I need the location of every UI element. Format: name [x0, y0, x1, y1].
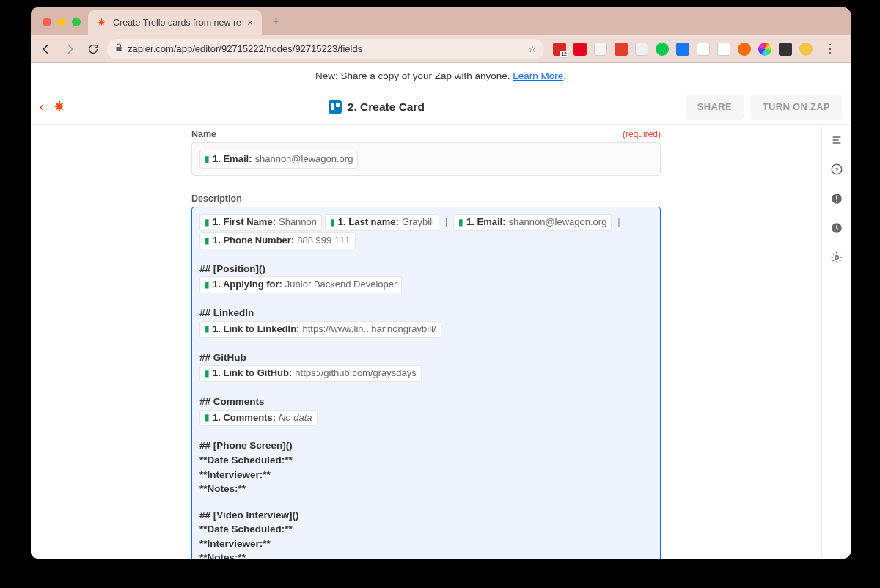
sheet-icon: ▮	[205, 323, 210, 335]
extension-icon[interactable]: 12	[553, 43, 566, 56]
sheet-icon: ▮	[458, 216, 463, 229]
description-label: Description	[191, 194, 661, 204]
window-controls	[38, 18, 88, 35]
url-text: zapier.com/app/editor/92715222/nodes/927…	[128, 43, 362, 54]
bookmark-icon[interactable]: ☆	[528, 43, 537, 54]
forward-button[interactable]	[60, 40, 79, 59]
desc-line: ▮ 1. First Name: Shannon ▮ 1. Last name:…	[199, 213, 653, 250]
profile-avatar[interactable]	[799, 43, 813, 56]
extension-icon[interactable]	[697, 43, 710, 56]
new-tab-button[interactable]: +	[262, 14, 290, 35]
facebook-icon[interactable]	[676, 43, 689, 56]
text-line: **Interviewer:**	[199, 468, 653, 482]
extension-icon[interactable]	[738, 43, 751, 56]
editor-body: Name (required) ▮ 1. Email: shannon@lewa…	[31, 125, 851, 559]
alert-icon[interactable]	[829, 191, 845, 207]
variable-pill[interactable]: ▮ 1. Email: shannon@lewagon.org	[199, 150, 358, 169]
outline-icon[interactable]	[829, 132, 845, 148]
svg-rect-3	[836, 196, 837, 200]
titlebar: Create Trello cards from new re × +	[31, 7, 851, 35]
sheet-icon: ▮	[205, 216, 210, 229]
required-indicator: (required)	[623, 129, 661, 139]
extension-icon[interactable]	[717, 43, 730, 56]
editor-header: ‹ 2. Create Card SHARE TURN ON ZAP	[31, 89, 851, 125]
banner-text: New: Share a copy of your Zap with anyon…	[315, 70, 566, 81]
text-line: **Notes:**	[199, 482, 653, 496]
heading-linkedin: ## LinkedIn	[199, 306, 653, 320]
sheet-icon: ▮	[205, 279, 210, 291]
zapier-app: New: Share a copy of your Zap with anyon…	[31, 63, 851, 559]
sheet-icon: ▮	[205, 367, 210, 380]
variable-pill[interactable]: ▮ 1. Phone Number: 888 999 111	[199, 232, 356, 249]
extensions-menu-icon[interactable]	[779, 43, 792, 56]
variable-pill[interactable]: ▮ 1. Email: shannon@lewagon.org	[453, 214, 612, 231]
reload-button[interactable]	[84, 40, 103, 59]
sheet-icon: ▮	[330, 216, 335, 229]
text-line: **Notes:**	[199, 551, 653, 559]
desc-line: ▮ 1. Link to LinkedIn: https://www.lin..…	[199, 320, 653, 339]
variable-pill[interactable]: ▮ 1. Link to LinkedIn: https://www.lin..…	[199, 321, 441, 338]
settings-icon[interactable]	[829, 249, 845, 265]
browser-toolbar: zapier.com/app/editor/92715222/nodes/927…	[31, 35, 851, 63]
description-input[interactable]: ▮ 1. First Name: Shannon ▮ 1. Last name:…	[191, 207, 661, 559]
pinterest-icon[interactable]	[573, 43, 587, 56]
help-icon[interactable]: ?	[829, 161, 845, 177]
back-button[interactable]	[37, 40, 56, 59]
right-rail: ?	[821, 125, 851, 559]
name-input[interactable]: ▮ 1. Email: shannon@lewagon.org	[191, 142, 661, 176]
extension-icon[interactable]	[615, 43, 628, 56]
maximize-window-icon[interactable]	[72, 18, 81, 26]
text-line: **Date Scheduled:**	[199, 453, 653, 468]
minimize-window-icon[interactable]	[57, 18, 66, 26]
variable-pill[interactable]: ▮ 1. Applying for: Junior Backend Develo…	[199, 276, 402, 293]
tab-title: Create Trello cards from new re	[113, 18, 241, 28]
close-tab-icon[interactable]: ×	[247, 17, 253, 29]
variable-pill[interactable]: ▮ 1. First Name: Shannon	[199, 214, 322, 231]
heading-phone-screen: ## [Phone Screen]()	[199, 438, 653, 453]
variable-pill[interactable]: ▮ 1. Comments: No data	[199, 410, 318, 427]
heading-github: ## GitHub	[199, 350, 653, 365]
heading-position: ## [Position]()	[199, 262, 653, 276]
extensions: 12 ⋮	[549, 42, 845, 56]
desc-line: ▮ 1. Link to GitHub: https://github.com/…	[199, 364, 653, 383]
browser-tab[interactable]: Create Trello cards from new re ×	[88, 10, 262, 35]
extension-icon[interactable]	[594, 43, 607, 56]
heading-comments: ## Comments	[199, 394, 653, 409]
address-bar[interactable]: zapier.com/app/editor/92715222/nodes/927…	[107, 39, 544, 59]
lock-icon	[114, 43, 123, 54]
desc-line: ▮ 1. Comments: No data	[199, 409, 653, 427]
browser-menu-icon[interactable]: ⋮	[820, 42, 840, 56]
grammarly-icon[interactable]	[656, 43, 669, 56]
heading-video-interview: ## [Video Interview]()	[199, 508, 653, 523]
sheet-icon: ▮	[205, 235, 210, 247]
name-label: Name (required)	[191, 129, 661, 139]
svg-point-6	[835, 256, 838, 260]
text-line: **Date Scheduled:**	[199, 522, 653, 537]
variable-pill[interactable]: ▮ 1. Link to GitHub: https://github.com/…	[199, 365, 422, 382]
share-button[interactable]: SHARE	[686, 95, 744, 120]
history-icon[interactable]	[829, 220, 845, 236]
announce-banner: New: Share a copy of your Zap with anyon…	[31, 63, 851, 89]
sheet-icon: ▮	[205, 411, 210, 424]
svg-text:?: ?	[835, 166, 839, 174]
text-line: **Interviewer:**	[199, 537, 653, 551]
close-window-icon[interactable]	[43, 18, 51, 26]
turn-on-zap-button[interactable]: TURN ON ZAP	[751, 95, 842, 120]
svg-rect-4	[836, 201, 837, 202]
browser-window: Create Trello cards from new re × + zapi…	[31, 7, 851, 559]
variable-pill[interactable]: ▮ 1. Last name: Graybill	[325, 214, 439, 231]
extension-icon[interactable]	[758, 43, 771, 56]
form-column: Name (required) ▮ 1. Email: shannon@lewa…	[31, 125, 821, 559]
back-caret-icon[interactable]: ‹	[40, 99, 45, 114]
zapier-favicon	[97, 18, 107, 28]
desc-line: ▮ 1. Applying for: Junior Backend Develo…	[199, 276, 653, 294]
zapier-logo-icon[interactable]	[53, 100, 67, 114]
trello-icon	[329, 100, 342, 114]
learn-more-link[interactable]: Learn More	[513, 70, 563, 81]
camera-icon[interactable]	[635, 43, 648, 56]
step-title: 2. Create Card	[75, 100, 678, 114]
sheet-icon: ▮	[205, 152, 210, 166]
